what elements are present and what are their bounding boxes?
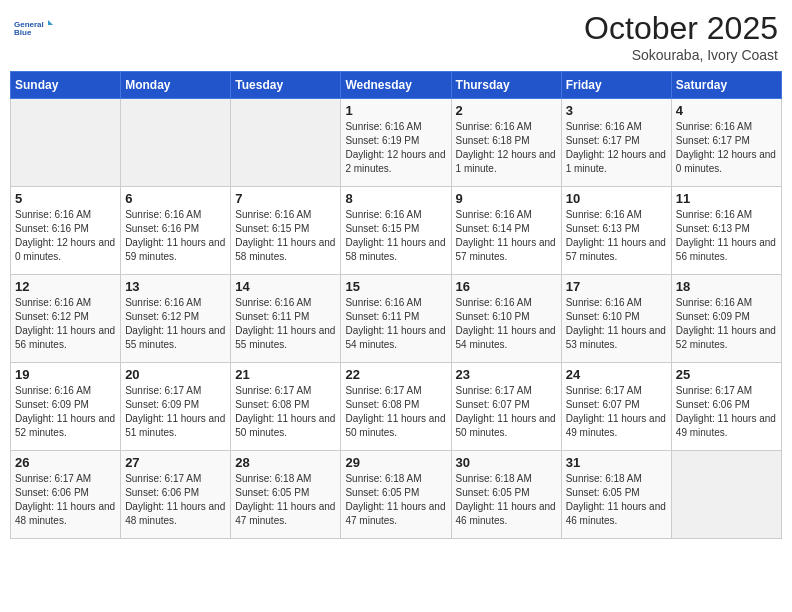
calendar-cell: 7Sunrise: 6:16 AM Sunset: 6:15 PM Daylig… [231, 187, 341, 275]
day-info: Sunrise: 6:17 AM Sunset: 6:08 PM Dayligh… [345, 384, 446, 440]
day-info: Sunrise: 6:16 AM Sunset: 6:13 PM Dayligh… [566, 208, 667, 264]
calendar-cell: 15Sunrise: 6:16 AM Sunset: 6:11 PM Dayli… [341, 275, 451, 363]
day-info: Sunrise: 6:16 AM Sunset: 6:16 PM Dayligh… [15, 208, 116, 264]
day-info: Sunrise: 6:17 AM Sunset: 6:07 PM Dayligh… [456, 384, 557, 440]
calendar-cell [231, 99, 341, 187]
calendar-cell: 4Sunrise: 6:16 AM Sunset: 6:17 PM Daylig… [671, 99, 781, 187]
calendar-cell: 22Sunrise: 6:17 AM Sunset: 6:08 PM Dayli… [341, 363, 451, 451]
day-number: 4 [676, 103, 777, 118]
day-number: 5 [15, 191, 116, 206]
day-number: 24 [566, 367, 667, 382]
calendar-cell: 28Sunrise: 6:18 AM Sunset: 6:05 PM Dayli… [231, 451, 341, 539]
day-number: 30 [456, 455, 557, 470]
calendar-cell: 30Sunrise: 6:18 AM Sunset: 6:05 PM Dayli… [451, 451, 561, 539]
day-info: Sunrise: 6:18 AM Sunset: 6:05 PM Dayligh… [235, 472, 336, 528]
calendar-cell: 10Sunrise: 6:16 AM Sunset: 6:13 PM Dayli… [561, 187, 671, 275]
day-info: Sunrise: 6:16 AM Sunset: 6:12 PM Dayligh… [15, 296, 116, 352]
day-info: Sunrise: 6:16 AM Sunset: 6:15 PM Dayligh… [235, 208, 336, 264]
calendar-cell [11, 99, 121, 187]
day-number: 1 [345, 103, 446, 118]
day-info: Sunrise: 6:17 AM Sunset: 6:08 PM Dayligh… [235, 384, 336, 440]
day-number: 2 [456, 103, 557, 118]
day-info: Sunrise: 6:16 AM Sunset: 6:12 PM Dayligh… [125, 296, 226, 352]
calendar-cell: 13Sunrise: 6:16 AM Sunset: 6:12 PM Dayli… [121, 275, 231, 363]
day-info: Sunrise: 6:16 AM Sunset: 6:14 PM Dayligh… [456, 208, 557, 264]
day-info: Sunrise: 6:16 AM Sunset: 6:10 PM Dayligh… [456, 296, 557, 352]
day-number: 15 [345, 279, 446, 294]
day-header-monday: Monday [121, 72, 231, 99]
day-number: 27 [125, 455, 226, 470]
day-number: 6 [125, 191, 226, 206]
day-info: Sunrise: 6:16 AM Sunset: 6:09 PM Dayligh… [676, 296, 777, 352]
calendar-cell: 31Sunrise: 6:18 AM Sunset: 6:05 PM Dayli… [561, 451, 671, 539]
week-row-1: 1Sunrise: 6:16 AM Sunset: 6:19 PM Daylig… [11, 99, 782, 187]
day-info: Sunrise: 6:17 AM Sunset: 6:06 PM Dayligh… [676, 384, 777, 440]
calendar-cell: 16Sunrise: 6:16 AM Sunset: 6:10 PM Dayli… [451, 275, 561, 363]
week-row-4: 19Sunrise: 6:16 AM Sunset: 6:09 PM Dayli… [11, 363, 782, 451]
day-number: 21 [235, 367, 336, 382]
day-info: Sunrise: 6:16 AM Sunset: 6:13 PM Dayligh… [676, 208, 777, 264]
day-info: Sunrise: 6:18 AM Sunset: 6:05 PM Dayligh… [566, 472, 667, 528]
day-info: Sunrise: 6:16 AM Sunset: 6:09 PM Dayligh… [15, 384, 116, 440]
day-info: Sunrise: 6:16 AM Sunset: 6:16 PM Dayligh… [125, 208, 226, 264]
logo-svg: General Blue [14, 10, 54, 46]
calendar-cell [121, 99, 231, 187]
day-info: Sunrise: 6:16 AM Sunset: 6:18 PM Dayligh… [456, 120, 557, 176]
day-number: 25 [676, 367, 777, 382]
day-info: Sunrise: 6:16 AM Sunset: 6:17 PM Dayligh… [676, 120, 777, 176]
calendar-cell: 5Sunrise: 6:16 AM Sunset: 6:16 PM Daylig… [11, 187, 121, 275]
calendar-header-row: SundayMondayTuesdayWednesdayThursdayFrid… [11, 72, 782, 99]
day-number: 13 [125, 279, 226, 294]
calendar-cell [671, 451, 781, 539]
day-number: 23 [456, 367, 557, 382]
calendar-cell: 12Sunrise: 6:16 AM Sunset: 6:12 PM Dayli… [11, 275, 121, 363]
day-number: 16 [456, 279, 557, 294]
day-header-sunday: Sunday [11, 72, 121, 99]
day-number: 3 [566, 103, 667, 118]
day-number: 14 [235, 279, 336, 294]
day-header-saturday: Saturday [671, 72, 781, 99]
calendar-cell: 2Sunrise: 6:16 AM Sunset: 6:18 PM Daylig… [451, 99, 561, 187]
calendar-cell: 24Sunrise: 6:17 AM Sunset: 6:07 PM Dayli… [561, 363, 671, 451]
calendar-cell: 11Sunrise: 6:16 AM Sunset: 6:13 PM Dayli… [671, 187, 781, 275]
day-info: Sunrise: 6:16 AM Sunset: 6:11 PM Dayligh… [345, 296, 446, 352]
day-header-thursday: Thursday [451, 72, 561, 99]
day-number: 20 [125, 367, 226, 382]
logo: General Blue [14, 10, 54, 46]
day-info: Sunrise: 6:17 AM Sunset: 6:06 PM Dayligh… [125, 472, 226, 528]
calendar-cell: 1Sunrise: 6:16 AM Sunset: 6:19 PM Daylig… [341, 99, 451, 187]
calendar-cell: 25Sunrise: 6:17 AM Sunset: 6:06 PM Dayli… [671, 363, 781, 451]
calendar-cell: 9Sunrise: 6:16 AM Sunset: 6:14 PM Daylig… [451, 187, 561, 275]
day-info: Sunrise: 6:16 AM Sunset: 6:15 PM Dayligh… [345, 208, 446, 264]
calendar-table: SundayMondayTuesdayWednesdayThursdayFrid… [10, 71, 782, 539]
svg-text:Blue: Blue [14, 28, 32, 37]
day-info: Sunrise: 6:17 AM Sunset: 6:06 PM Dayligh… [15, 472, 116, 528]
day-number: 29 [345, 455, 446, 470]
week-row-5: 26Sunrise: 6:17 AM Sunset: 6:06 PM Dayli… [11, 451, 782, 539]
location-subtitle: Sokouraba, Ivory Coast [584, 47, 778, 63]
calendar-cell: 14Sunrise: 6:16 AM Sunset: 6:11 PM Dayli… [231, 275, 341, 363]
day-number: 10 [566, 191, 667, 206]
page-header: General Blue October 2025 Sokouraba, Ivo… [10, 10, 782, 63]
day-header-tuesday: Tuesday [231, 72, 341, 99]
day-info: Sunrise: 6:16 AM Sunset: 6:17 PM Dayligh… [566, 120, 667, 176]
calendar-cell: 26Sunrise: 6:17 AM Sunset: 6:06 PM Dayli… [11, 451, 121, 539]
day-info: Sunrise: 6:17 AM Sunset: 6:09 PM Dayligh… [125, 384, 226, 440]
week-row-3: 12Sunrise: 6:16 AM Sunset: 6:12 PM Dayli… [11, 275, 782, 363]
day-number: 9 [456, 191, 557, 206]
calendar-cell: 29Sunrise: 6:18 AM Sunset: 6:05 PM Dayli… [341, 451, 451, 539]
day-number: 28 [235, 455, 336, 470]
calendar-cell: 6Sunrise: 6:16 AM Sunset: 6:16 PM Daylig… [121, 187, 231, 275]
svg-marker-2 [48, 20, 53, 25]
day-info: Sunrise: 6:16 AM Sunset: 6:19 PM Dayligh… [345, 120, 446, 176]
day-number: 12 [15, 279, 116, 294]
day-info: Sunrise: 6:18 AM Sunset: 6:05 PM Dayligh… [456, 472, 557, 528]
calendar-cell: 21Sunrise: 6:17 AM Sunset: 6:08 PM Dayli… [231, 363, 341, 451]
calendar-cell: 19Sunrise: 6:16 AM Sunset: 6:09 PM Dayli… [11, 363, 121, 451]
day-info: Sunrise: 6:16 AM Sunset: 6:11 PM Dayligh… [235, 296, 336, 352]
day-info: Sunrise: 6:16 AM Sunset: 6:10 PM Dayligh… [566, 296, 667, 352]
day-header-wednesday: Wednesday [341, 72, 451, 99]
calendar-cell: 17Sunrise: 6:16 AM Sunset: 6:10 PM Dayli… [561, 275, 671, 363]
calendar-cell: 27Sunrise: 6:17 AM Sunset: 6:06 PM Dayli… [121, 451, 231, 539]
day-number: 31 [566, 455, 667, 470]
